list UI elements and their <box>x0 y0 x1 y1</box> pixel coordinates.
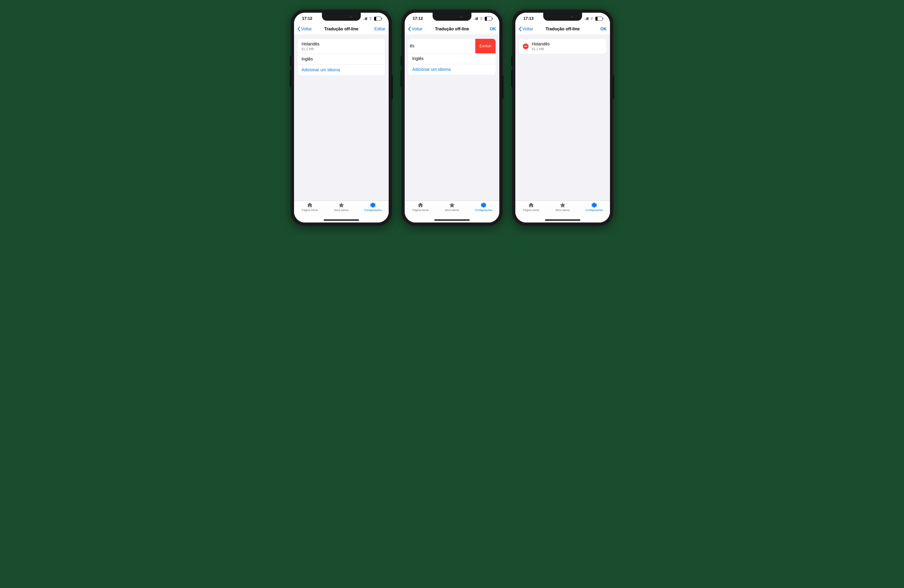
language-row-dutch[interactable]: Holandês 81,1 MB <box>298 39 385 54</box>
tab-settings[interactable]: Configurações <box>468 202 499 222</box>
home-indicator[interactable] <box>545 219 580 221</box>
wifi-icon <box>590 17 594 20</box>
screen-3: 17:13 26 Voltar Tradução off-line OK <box>515 13 610 222</box>
content-area: Holandês 81,1 MB Inglês Adicionar um idi… <box>294 35 389 201</box>
status-right: 26 <box>473 17 493 21</box>
back-label: Voltar <box>412 27 423 32</box>
star-icon <box>559 202 566 208</box>
content-area: Holandês 81,1 MB <box>515 35 610 201</box>
chevron-left-icon <box>297 26 300 32</box>
tab-label: Configurações <box>585 209 603 211</box>
status-right: 26 <box>363 17 382 21</box>
battery-icon: 26 <box>595 17 604 21</box>
add-language-button[interactable]: Adicionar um idioma <box>408 64 496 75</box>
chevron-left-icon <box>518 26 522 32</box>
back-button[interactable]: Voltar <box>518 26 533 32</box>
status-time: 17:13 <box>523 16 533 21</box>
screen-1: 17:12 26 Voltar Tradução off-line Editar <box>294 13 389 222</box>
language-size: 81,1 MB <box>302 47 319 51</box>
gear-icon <box>480 202 487 208</box>
nav-bar: Voltar Tradução off-line OK <box>405 24 499 35</box>
star-icon <box>449 202 455 208</box>
add-language-button[interactable]: Adicionar um idioma <box>298 65 385 75</box>
status-right: 26 <box>584 17 604 21</box>
phone-frame-1: 17:12 26 Voltar Tradução off-line Editar <box>291 9 392 226</box>
language-list: Holandês 81,1 MB <box>519 39 606 54</box>
language-name: Inglês <box>302 57 313 61</box>
tab-home[interactable]: Página inicial <box>515 202 547 222</box>
language-name-fragment: ês <box>410 44 414 49</box>
cellular-signal-icon <box>473 17 478 20</box>
add-language-label: Adicionar um idioma <box>302 68 340 73</box>
battery-icon: 26 <box>485 17 493 21</box>
edit-button[interactable]: Editar <box>374 27 386 32</box>
remove-minus-icon[interactable] <box>523 44 528 49</box>
star-icon <box>338 202 345 208</box>
add-language-label: Adicionar um idioma <box>412 67 450 72</box>
delete-button[interactable]: Excluir <box>475 39 496 54</box>
home-indicator[interactable] <box>324 219 359 221</box>
language-name: Inglês <box>412 56 424 61</box>
tab-label: Página inicial <box>302 209 318 211</box>
back-button[interactable]: Voltar <box>408 26 423 32</box>
language-size: 81,1 MB <box>532 47 550 51</box>
tab-home[interactable]: Página inicial <box>294 202 326 222</box>
language-name: Holandês <box>302 42 319 47</box>
notch <box>433 13 471 21</box>
battery-icon: 26 <box>374 17 382 21</box>
back-label: Voltar <box>522 27 533 32</box>
home-icon <box>307 202 313 208</box>
phone-frame-2: 17:12 26 Voltar Tradução off-line OK <box>401 9 503 226</box>
cellular-signal-icon <box>363 17 367 20</box>
language-list: Holandês 81,1 MB Inglês Adicionar um idi… <box>298 39 385 75</box>
tab-settings[interactable]: Configurações <box>357 202 389 222</box>
back-label: Voltar <box>301 27 312 32</box>
nav-bar: Voltar Tradução off-line Editar <box>294 24 389 35</box>
language-row-dutch-swiped[interactable]: ês Excluir <box>408 39 496 54</box>
ok-button[interactable]: OK <box>490 27 496 32</box>
gear-icon <box>370 202 376 208</box>
status-time: 17:12 <box>412 16 423 21</box>
notch <box>322 13 361 21</box>
tab-label: Página inicial <box>523 209 539 211</box>
screen-2: 17:12 26 Voltar Tradução off-line OK <box>405 13 499 222</box>
phone-frame-3: 17:13 26 Voltar Tradução off-line OK <box>512 9 613 226</box>
language-list: ês Excluir Inglês Adicionar um idioma <box>408 39 496 75</box>
nav-bar: Voltar Tradução off-line OK <box>515 24 610 35</box>
tab-label: Itens salvos <box>556 209 570 211</box>
home-indicator[interactable] <box>435 219 469 221</box>
chevron-left-icon <box>408 26 411 32</box>
wifi-icon <box>368 17 373 20</box>
content-area: ês Excluir Inglês Adicionar um idioma <box>405 35 499 201</box>
tab-label: Configurações <box>475 209 492 211</box>
tab-label: Página inicial <box>412 209 428 211</box>
language-row-dutch-edit[interactable]: Holandês 81,1 MB <box>519 39 606 54</box>
gear-icon <box>591 202 597 208</box>
status-time: 17:12 <box>302 16 312 21</box>
tab-home[interactable]: Página inicial <box>405 202 436 222</box>
delete-label: Excluir <box>479 44 492 49</box>
tab-label: Itens salvos <box>445 209 459 211</box>
home-icon <box>528 202 534 208</box>
ok-button[interactable]: OK <box>600 27 607 32</box>
notch <box>543 13 582 21</box>
tab-label: Configurações <box>364 209 382 211</box>
language-name: Holandês <box>532 42 550 47</box>
cellular-signal-icon <box>584 17 588 20</box>
back-button[interactable]: Voltar <box>297 26 312 32</box>
tab-label: Itens salvos <box>334 209 349 211</box>
tab-settings[interactable]: Configurações <box>578 202 610 222</box>
wifi-icon <box>479 17 483 20</box>
language-row-english[interactable]: Inglês <box>408 54 496 64</box>
home-icon <box>417 202 424 208</box>
language-row-english[interactable]: Inglês <box>298 54 385 65</box>
